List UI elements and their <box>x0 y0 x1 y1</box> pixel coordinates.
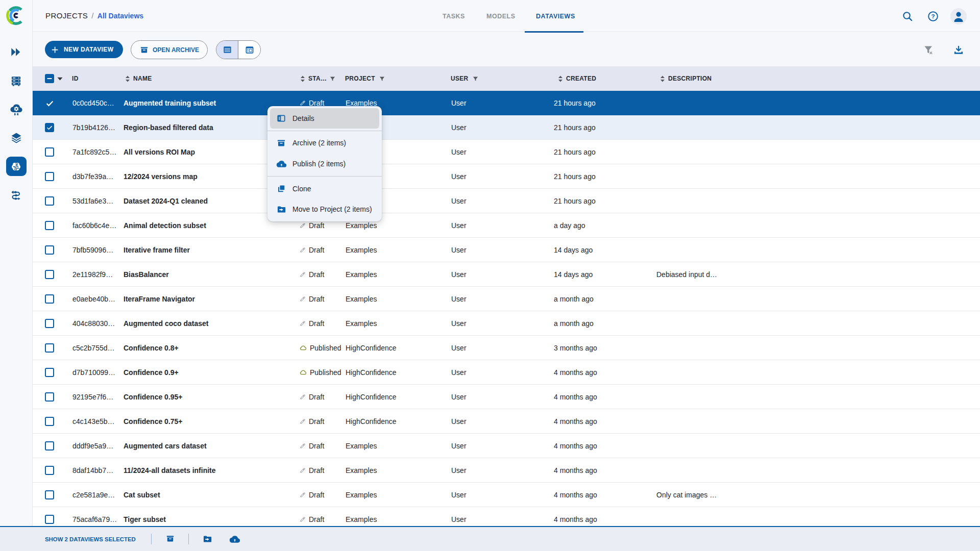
svg-text:?: ? <box>932 13 935 19</box>
